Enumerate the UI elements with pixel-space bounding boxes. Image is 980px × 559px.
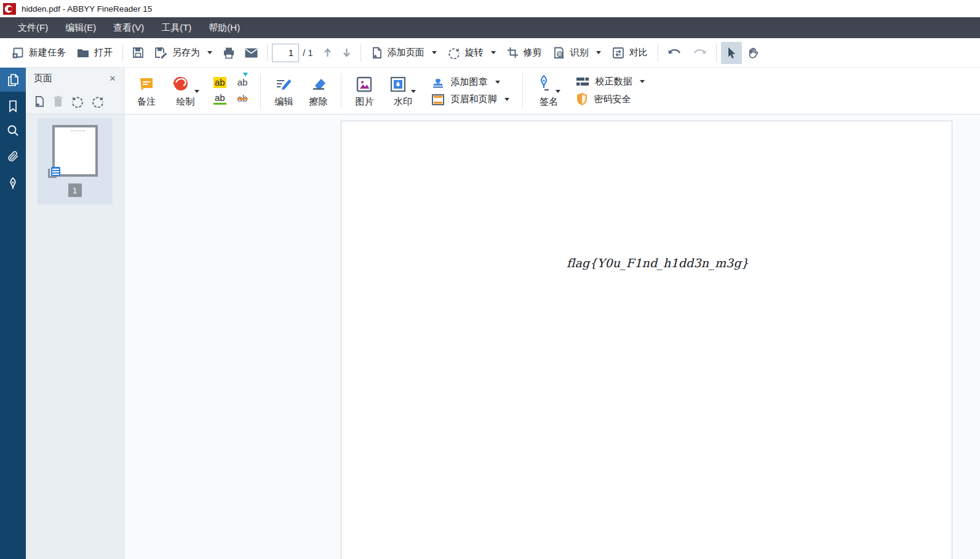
picture-button[interactable]: 图片 xyxy=(347,74,381,108)
compare-button[interactable]: 对比 xyxy=(607,42,653,64)
panel-add-page-icon[interactable] xyxy=(34,95,45,108)
undo-button[interactable] xyxy=(663,42,687,64)
panel-rotate-right-icon[interactable] xyxy=(92,95,104,108)
recognize-dropdown-caret[interactable] xyxy=(596,51,601,54)
save-button[interactable] xyxy=(127,42,149,64)
verify-data-label: 校正数据 xyxy=(595,76,632,87)
rotate-button[interactable]: 旋转 xyxy=(442,42,501,64)
pages-panel-toolbar xyxy=(26,89,124,115)
content-column: 备注 绘制 ab ab ab ab xyxy=(124,68,980,559)
password-security-label: 密码安全 xyxy=(594,94,631,105)
panel-delete-icon[interactable] xyxy=(53,95,63,107)
separator xyxy=(361,44,361,62)
pdf-page[interactable]: flag{Y0u_F1nd_h1dd3n_m3g} xyxy=(341,121,952,559)
page-number-input[interactable] xyxy=(272,44,299,62)
compare-label: 对比 xyxy=(629,47,648,58)
underline-text-button[interactable]: ab xyxy=(213,92,226,105)
compare-icon xyxy=(612,47,624,59)
pages-panel: 页面 × flag{Y0u_F1nd_h1dd3n_m3g} xyxy=(26,68,124,559)
shield-icon xyxy=(576,92,588,106)
page-thumbnail-image[interactable]: flag{Y0u_F1nd_h1dd3n_m3g} xyxy=(52,125,98,177)
stamp-icon xyxy=(431,76,445,89)
hand-icon xyxy=(747,47,759,59)
add-pages-dropdown-caret[interactable] xyxy=(432,51,437,54)
crop-button[interactable]: 修剪 xyxy=(501,42,548,64)
add-stamp-dropdown-caret[interactable] xyxy=(495,81,500,84)
email-button[interactable] xyxy=(240,42,263,64)
draw-dropdown-caret[interactable] xyxy=(194,90,199,93)
open-button[interactable]: 打开 xyxy=(71,42,118,64)
sidebar-item-pages[interactable] xyxy=(0,68,26,92)
save-as-button[interactable]: 另存为 xyxy=(149,42,218,64)
previous-page-button[interactable] xyxy=(318,42,337,64)
password-security-button[interactable]: 密码安全 xyxy=(576,92,645,106)
sign-button[interactable]: 签名 xyxy=(528,74,568,108)
erase-button[interactable]: 擦除 xyxy=(301,74,335,108)
window-title: hidden.pdf - ABBYY FineReader 15 xyxy=(22,4,152,14)
redo-button[interactable] xyxy=(687,42,712,64)
pages-icon xyxy=(6,73,20,87)
add-pages-button[interactable]: 添加页面 xyxy=(365,42,442,64)
menu-file[interactable]: 文件(F) xyxy=(9,18,57,38)
menu-bar: 文件(F) 编辑(E) 查看(V) 工具(T) 帮助(H) xyxy=(0,17,980,38)
strikethrough-text-button[interactable]: ab xyxy=(236,93,249,103)
sidebar-item-bookmarks[interactable] xyxy=(0,94,26,118)
comment-label: 备注 xyxy=(137,96,156,108)
watermark-label: 水印 xyxy=(394,96,412,108)
highlight-text-button[interactable]: ab xyxy=(213,77,226,87)
thumbnail-text: flag{Y0u_F1nd_h1dd3n_m3g} xyxy=(70,130,79,131)
edit-pencil-icon xyxy=(274,76,293,93)
menu-help[interactable]: 帮助(H) xyxy=(200,18,249,38)
bookmark-icon xyxy=(7,100,19,113)
add-stamp-button[interactable]: 添加图章 xyxy=(431,76,509,89)
page-thumbnail-selected[interactable]: flag{Y0u_F1nd_h1dd3n_m3g} 1 xyxy=(38,118,113,204)
recognize-button[interactable]: @ 识别 xyxy=(548,42,607,64)
sidebar-item-search[interactable] xyxy=(0,118,26,142)
save-as-dropdown-caret[interactable] xyxy=(207,51,212,54)
header-footer-button[interactable]: 页眉和页脚 xyxy=(431,94,509,106)
sign-label: 签名 xyxy=(540,96,558,108)
select-tool-button[interactable] xyxy=(721,42,742,64)
pen-nib-icon xyxy=(7,177,19,190)
add-pages-label: 添加页面 xyxy=(388,47,424,58)
pages-panel-header: 页面 × xyxy=(26,68,124,89)
draw-button[interactable]: 绘制 xyxy=(164,74,207,108)
redo-icon xyxy=(692,48,707,58)
rotate-dropdown-caret[interactable] xyxy=(491,51,496,54)
data-security-group: 校正数据 密码安全 xyxy=(568,76,652,106)
sidebar-item-signature[interactable] xyxy=(0,171,26,195)
insert-text-button[interactable]: ab xyxy=(236,77,249,87)
watermark-button[interactable]: 水印 xyxy=(381,74,424,108)
print-button[interactable] xyxy=(218,42,240,64)
next-page-button[interactable] xyxy=(337,42,356,64)
menu-tools[interactable]: 工具(T) xyxy=(153,18,200,38)
new-task-button[interactable]: 新建任务 xyxy=(6,42,71,64)
menu-edit[interactable]: 编辑(E) xyxy=(57,18,105,38)
rotate-label: 旋转 xyxy=(465,47,484,58)
close-icon[interactable]: × xyxy=(110,73,116,84)
document-area[interactable]: flag{Y0u_F1nd_h1dd3n_m3g} xyxy=(124,115,980,559)
sign-dropdown-caret[interactable] xyxy=(556,90,560,93)
eraser-icon xyxy=(309,76,327,93)
separator xyxy=(267,44,268,62)
verify-data-dropdown-caret[interactable] xyxy=(640,80,645,83)
header-footer-icon xyxy=(431,94,445,106)
pages-panel-title: 页面 xyxy=(34,73,52,84)
separator xyxy=(658,44,658,62)
main-area: 页面 × flag{Y0u_F1nd_h1dd3n_m3g} xyxy=(0,68,980,559)
edit-button[interactable]: 编辑 xyxy=(266,74,301,108)
verify-data-button[interactable]: 校正数据 xyxy=(576,76,645,87)
pdf-tools-toolbar: 备注 绘制 ab ab ab ab xyxy=(124,68,980,115)
page-total-label: / 1 xyxy=(303,47,313,58)
comment-button[interactable]: 备注 xyxy=(129,74,164,108)
header-footer-dropdown-caret[interactable] xyxy=(504,98,509,101)
panel-rotate-left-icon[interactable] xyxy=(71,95,84,108)
menu-view[interactable]: 查看(V) xyxy=(105,18,153,38)
hand-tool-button[interactable] xyxy=(742,42,764,64)
open-label: 打开 xyxy=(94,47,113,58)
sidebar-item-attachments[interactable] xyxy=(0,145,26,169)
picture-label: 图片 xyxy=(355,96,373,108)
separator xyxy=(522,73,523,109)
add-stamp-label: 添加图章 xyxy=(450,76,487,88)
watermark-dropdown-caret[interactable] xyxy=(411,90,416,93)
